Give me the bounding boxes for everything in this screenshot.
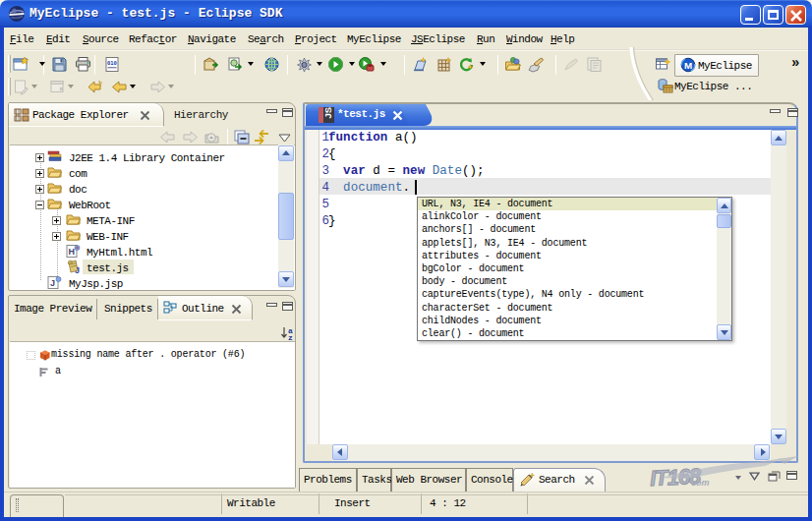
svg-text:010: 010 [107, 60, 117, 66]
svg-text:JS: JS [322, 107, 333, 119]
svg-text:J: J [75, 265, 80, 274]
svg-text:J: J [50, 278, 55, 288]
svg-text:z: z [288, 333, 293, 341]
svg-text:H: H [69, 247, 76, 257]
svg-text:M: M [684, 60, 692, 71]
